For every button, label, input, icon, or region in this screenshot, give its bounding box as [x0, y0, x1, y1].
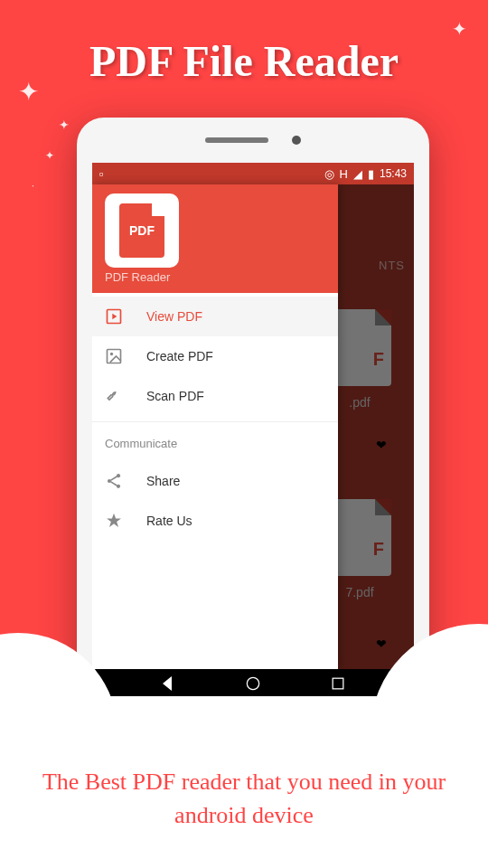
divider	[92, 421, 338, 422]
drawer-item-create-pdf[interactable]: Create PDF	[92, 336, 338, 376]
signal-type: H	[340, 167, 348, 181]
section-heading: Communicate	[92, 424, 338, 458]
share-icon	[105, 472, 123, 490]
recents-button[interactable]	[329, 675, 347, 696]
drawer-item-rate[interactable]: Rate Us	[92, 501, 338, 541]
status-bar: ▫ ◎ H ◢ ▮ 15:43	[92, 163, 414, 184]
play-square-icon	[105, 307, 123, 326]
navigation-drawer: PDF PDF Reader View PDF Create PDF	[92, 184, 338, 669]
star-icon	[105, 512, 123, 530]
drawer-item-label: Rate Us	[146, 514, 192, 528]
phone-screen: ▫ ◎ H ◢ ▮ 15:43 NTS .pdf ❤ 7.pdf ❤	[92, 163, 414, 669]
drawer-item-scan-pdf[interactable]: Scan PDF	[92, 376, 338, 416]
promo-tagline: The Best PDF reader that you need in you…	[27, 766, 461, 832]
drawer-item-label: View PDF	[146, 309, 202, 324]
signal-icon: ◢	[353, 167, 362, 181]
drawer-header: PDF PDF Reader	[92, 184, 338, 293]
battery-icon: ▮	[368, 167, 374, 181]
svg-point-2	[110, 353, 113, 355]
drawer-item-share[interactable]: Share	[92, 461, 338, 501]
media-icon: ▫	[99, 167, 104, 181]
drawer-item-label: Create PDF	[146, 349, 213, 363]
drawer-app-name: PDF Reader	[105, 270, 325, 284]
drawer-item-label: Share	[146, 474, 180, 488]
app-logo: PDF	[105, 193, 179, 268]
phone-frame: ▫ ◎ H ◢ ▮ 15:43 NTS .pdf ❤ 7.pdf ❤	[77, 118, 429, 714]
svg-rect-1	[108, 350, 121, 363]
drawer-item-label: Scan PDF	[146, 389, 204, 403]
drawer-item-view-pdf[interactable]: View PDF	[92, 297, 338, 336]
image-icon	[105, 347, 123, 365]
clock: 15:43	[380, 167, 407, 180]
svg-rect-7	[333, 678, 343, 689]
home-button[interactable]	[244, 675, 262, 696]
back-button[interactable]	[159, 675, 177, 696]
phone-hardware-top	[77, 118, 429, 163]
svg-point-6	[247, 677, 258, 689]
promo-heading: PDF File Reader	[0, 36, 488, 86]
wrench-icon	[105, 387, 123, 405]
hotspot-icon: ◎	[324, 167, 334, 181]
